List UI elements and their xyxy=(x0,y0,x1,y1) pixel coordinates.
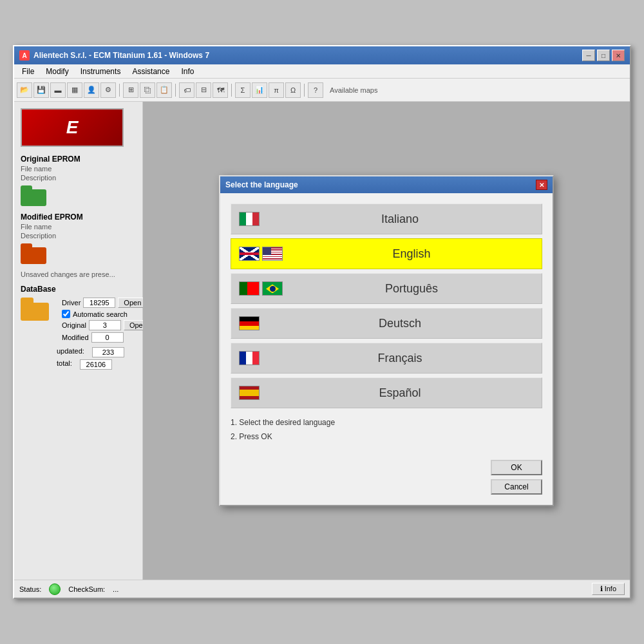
title-bar-left: A Alientech S.r.l. - ECM Titanium 1.61 -… xyxy=(19,50,209,61)
dialog-title: Select the language xyxy=(225,180,298,189)
italiano-flag-group xyxy=(239,212,260,226)
menu-instruments[interactable]: Instruments xyxy=(75,66,126,77)
dialog-ok-button[interactable]: OK xyxy=(491,460,542,475)
maximize-button[interactable]: □ xyxy=(597,50,610,61)
toolbar-btn-person[interactable]: 👤 xyxy=(84,82,99,98)
modified-value: 0 xyxy=(91,332,124,343)
toolbar-btn-pi[interactable]: π xyxy=(269,82,284,98)
brazil-circle xyxy=(270,286,276,292)
toolbar-sep3 xyxy=(231,84,232,97)
language-item-italiano[interactable]: Italiano xyxy=(231,204,542,234)
title-buttons: ─ □ ✕ xyxy=(582,50,625,61)
toolbar-btn-omega[interactable]: Ω xyxy=(285,82,301,98)
status-label: Status: xyxy=(19,585,41,593)
espanol-label: Español xyxy=(266,386,534,400)
database-title: DataBase xyxy=(21,285,136,294)
francais-label: Français xyxy=(266,352,534,365)
instruction-1: 1. Select the desired language xyxy=(231,416,542,430)
content-area: E Original EPROM File name Description M… xyxy=(14,102,630,580)
toolbar-btn-table[interactable]: ▦ xyxy=(67,82,82,98)
toolbar-btn-rect[interactable]: ▬ xyxy=(50,82,66,98)
app-logo: E xyxy=(21,108,124,147)
flag-germany xyxy=(239,316,260,330)
main-window: A Alientech S.r.l. - ECM Titanium 1.61 -… xyxy=(13,45,631,599)
dialog-overlay: Select the language ✕ xyxy=(143,102,630,580)
title-bar: A Alientech S.r.l. - ECM Titanium 1.61 -… xyxy=(14,46,630,64)
toolbar-btn-grid[interactable]: ⊞ xyxy=(123,82,138,98)
database-info: Driver 18295 Open Automatic search Origi… xyxy=(62,298,153,345)
menu-bar: File Modify Instruments Assistance Info xyxy=(14,64,630,79)
italiano-label: Italiano xyxy=(266,213,534,226)
driver-row: Driver 18295 Open xyxy=(62,298,153,308)
total-label: total: xyxy=(57,359,72,370)
language-item-espanol[interactable]: Español xyxy=(231,377,542,408)
toolbar-btn-open[interactable]: 📂 xyxy=(17,82,32,98)
menu-assistance[interactable]: Assistance xyxy=(127,66,175,77)
flag-spain xyxy=(239,386,260,400)
language-item-francais[interactable]: Français xyxy=(231,343,542,374)
toolbar-btn-map[interactable]: 🗺 xyxy=(213,82,228,98)
app-icon: A xyxy=(19,50,30,61)
english-label: English xyxy=(289,247,534,261)
updated-label: updated: xyxy=(57,347,84,357)
deutsch-label: Deutsch xyxy=(266,317,534,330)
total-value: 26106 xyxy=(80,359,112,370)
toolbar-btn-chart[interactable]: 📊 xyxy=(252,82,267,98)
toolbar-btn-settings[interactable]: ⚙ xyxy=(100,82,116,98)
language-item-deutsch[interactable]: Deutsch xyxy=(231,308,542,339)
menu-modify[interactable]: Modify xyxy=(41,66,73,77)
modified-eprom-title: Modified EPROM xyxy=(21,213,136,222)
menu-info[interactable]: Info xyxy=(176,66,199,77)
toolbar-sep1 xyxy=(119,84,120,97)
toolbar-btn-help[interactable]: ? xyxy=(308,82,323,98)
toolbar-sep4 xyxy=(304,84,305,97)
close-button[interactable]: ✕ xyxy=(612,50,625,61)
dialog-cancel-button[interactable]: Cancel xyxy=(491,479,542,495)
flag-uk xyxy=(239,247,260,261)
modified-desc-label: Description xyxy=(21,232,136,240)
english-flag-group xyxy=(239,247,283,261)
language-item-portugues[interactable]: Português xyxy=(231,273,542,304)
deutsch-flag-group xyxy=(239,316,260,330)
instruction-2: 2. Press OK xyxy=(231,430,542,444)
updated-value: 233 xyxy=(92,347,124,357)
left-panel: E Original EPROM File name Description M… xyxy=(14,102,143,580)
driver-label: Driver xyxy=(62,299,80,307)
portugues-label: Português xyxy=(289,282,534,296)
francais-flag-group xyxy=(239,351,260,365)
toolbar-btn-paste[interactable]: 📋 xyxy=(156,82,172,98)
dialog-close-button[interactable]: ✕ xyxy=(536,180,547,190)
original-folder-icon[interactable] xyxy=(21,185,46,206)
flag-us xyxy=(262,247,283,261)
info-button[interactable]: ℹ Info xyxy=(592,583,625,595)
status-indicator xyxy=(49,583,61,595)
toolbar-btn-tag[interactable]: 🏷 xyxy=(179,82,194,98)
window-title: Alientech S.r.l. - ECM Titanium 1.61 - W… xyxy=(33,51,209,60)
brazil-diamond xyxy=(266,284,279,293)
language-item-english[interactable]: English xyxy=(231,238,542,269)
modified-label: Modified xyxy=(62,334,89,341)
menu-file[interactable]: File xyxy=(17,66,39,77)
toolbar-btn-save[interactable]: 💾 xyxy=(33,82,49,98)
logo-text: E xyxy=(66,117,79,138)
auto-search-checkbox[interactable] xyxy=(62,310,70,318)
dialog-buttons: OK Cancel xyxy=(220,455,553,505)
unsaved-changes-text: Unsaved changes are prese... xyxy=(21,270,136,278)
toolbar-sep2 xyxy=(175,84,176,97)
checksum-label: CheckSum: xyxy=(68,585,105,593)
modified-folder-icon[interactable] xyxy=(21,243,46,264)
minimize-button[interactable]: ─ xyxy=(582,50,595,61)
flag-france xyxy=(239,351,260,365)
language-dialog: Select the language ✕ xyxy=(219,175,554,506)
dialog-instructions: 1. Select the desired language 2. Press … xyxy=(231,416,542,444)
database-section: DataBase Driver 18295 Open Automatic sea… xyxy=(21,285,136,370)
toolbar-btn-sigma[interactable]: Σ xyxy=(235,82,251,98)
toolbar-btn-grid2[interactable]: ⊟ xyxy=(196,82,211,98)
toolbar: 📂 💾 ▬ ▦ 👤 ⚙ ⊞ ⿻ 📋 🏷 ⊟ 🗺 Σ 📊 π Ω ? Availa… xyxy=(14,79,630,102)
toolbar-btn-copy[interactable]: ⿻ xyxy=(140,82,155,98)
dialog-content: Italiano English xyxy=(220,193,553,454)
dialog-title-bar: Select the language ✕ xyxy=(220,176,553,193)
modified-filename-label: File name xyxy=(21,223,136,231)
original-label: Original xyxy=(62,321,86,329)
checksum-value: ... xyxy=(113,585,118,593)
